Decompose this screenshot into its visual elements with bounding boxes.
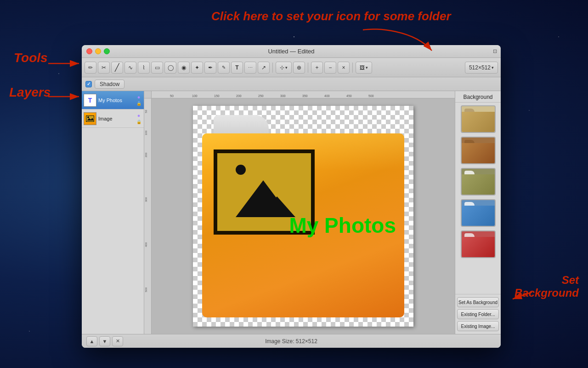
toolbar-sep2 — [308, 63, 308, 73]
toolbar: ✏ ✂ ╱ ∿ ⌇ ▭ ◯ ◉ ✦ ✒ ✎ T ⋯ ↗ ⊹ ▾ ⊕ + − × … — [82, 58, 501, 77]
annotation-tools-label: Tools — [14, 51, 48, 65]
layer-icons-myphotos: ● 🔒 — [136, 94, 142, 106]
nav-up-button[interactable]: ▲ — [86, 336, 97, 346]
toolbar-sep1 — [272, 63, 273, 73]
layers-panel: T My Photos ● 🔒 — [82, 91, 144, 334]
arrow-tool[interactable]: ↗ — [258, 62, 270, 74]
layer-lock-myphotos[interactable]: 🔒 — [136, 101, 142, 106]
bg-thumb-blue[interactable] — [461, 199, 496, 227]
settings-dropdown[interactable]: ⊹ ▾ — [276, 62, 292, 74]
pencil-tool[interactable]: ✏ — [85, 62, 96, 74]
circle-tool[interactable]: ◉ — [178, 62, 190, 74]
svg-point-10 — [87, 116, 89, 118]
marquee-tool[interactable]: ⋯ — [244, 62, 256, 74]
bg-thumb-olive[interactable] — [461, 168, 496, 196]
background-actions: Set As Background Existing Folder... Exi… — [455, 294, 501, 334]
close-button[interactable] — [86, 48, 92, 54]
lasso-tool[interactable]: ✂ — [98, 62, 110, 74]
image-size-label: Image Size: 512×512 — [265, 338, 317, 345]
annotation-layers-label: Layers — [9, 85, 51, 100]
close-size-button[interactable]: × — [338, 62, 350, 74]
bottom-bar: ▲ ▼ ✕ Image Size: 512×512 — [82, 334, 501, 348]
stamp-tool[interactable]: ⊕ — [293, 62, 305, 74]
text-tool[interactable]: T — [231, 62, 243, 74]
star-tool[interactable]: ✦ — [191, 62, 203, 74]
ruler-top: 50 100 150 200 250 300 350 400 450 500 — [152, 91, 455, 98]
bottom-navigation: ▲ ▼ ✕ — [86, 336, 123, 346]
path-tool[interactable]: ∿ — [124, 62, 136, 74]
layer-icons-image: ● 🔒 — [136, 113, 142, 125]
eraser-tool[interactable]: ✎ — [218, 62, 230, 74]
main-window: Untitled — Edited ⊡ ✏ ✂ ╱ ∿ ⌇ ▭ ◯ ◉ ✦ ✒ … — [82, 45, 501, 348]
zoom-control[interactable]: 512×512 ▾ — [465, 62, 498, 74]
canvas-image: My Photos — [193, 106, 413, 327]
ellipse-tool[interactable]: ◯ — [164, 62, 176, 74]
brush-tool[interactable]: ✒ — [204, 62, 216, 74]
canvas-viewport: My Photos — [152, 98, 455, 334]
icon-button[interactable]: 🖼 ▾ — [356, 62, 372, 74]
add-size-button[interactable]: + — [311, 62, 323, 74]
maximize-button[interactable] — [104, 48, 110, 54]
toolbar-sep3 — [352, 63, 353, 73]
shadow-checkbox[interactable]: ✓ — [85, 81, 92, 87]
resize-btn[interactable]: ⊡ — [493, 48, 497, 54]
ruler-corner — [144, 91, 152, 98]
layer-name-image: Image — [98, 116, 134, 121]
annotation-click-label: Click here to set your icon for some fol… — [211, 9, 451, 23]
line-tool[interactable]: ╱ — [111, 62, 123, 74]
bg-thumb-wood[interactable] — [461, 137, 496, 164]
set-as-background-button[interactable]: Set As Background — [457, 297, 499, 307]
rect-tool[interactable]: ▭ — [151, 62, 163, 74]
canvas-area: 50 100 150 200 250 300 350 400 450 500 5… — [144, 91, 455, 334]
bezier-tool[interactable]: ⌇ — [138, 62, 150, 74]
ruler-left: 50 100 200 300 400 500 — [144, 98, 152, 334]
existing-image-button[interactable]: Existing Image... — [457, 321, 499, 331]
titlebar: Untitled — Edited ⊡ — [82, 45, 501, 58]
layer-thumb-myphotos: T — [84, 94, 96, 107]
folder-text: My Photos — [289, 213, 396, 238]
background-panel-title: Background — [455, 91, 501, 103]
minus-size-button[interactable]: − — [324, 62, 336, 74]
traffic-lights — [82, 48, 110, 54]
bg-thumb-tan[interactable] — [461, 105, 496, 133]
layer-lock-image[interactable]: 🔒 — [136, 119, 142, 125]
folder-tab — [214, 115, 269, 136]
layer-thumb-image — [84, 112, 96, 125]
background-panel: Background — [455, 91, 501, 334]
nav-close-button[interactable]: ✕ — [112, 336, 123, 346]
shadow-bar: ✓ Shadow — [82, 77, 501, 91]
folder-body: My Photos — [202, 133, 404, 317]
shadow-label[interactable]: Shadow — [95, 80, 124, 89]
content-area: T My Photos ● 🔒 — [82, 91, 501, 334]
window-title: Untitled — Edited — [268, 48, 314, 55]
existing-folder-button[interactable]: Existing Folder... — [457, 309, 499, 319]
layer-visibility-myphotos[interactable]: ● — [136, 94, 142, 100]
background-thumbs — [455, 103, 501, 294]
annotation-set-bg-label: SetBackground — [514, 274, 579, 299]
bg-thumb-red[interactable] — [461, 230, 496, 258]
layer-item-myphotos[interactable]: T My Photos ● 🔒 — [82, 91, 144, 109]
minimize-button[interactable] — [95, 48, 101, 54]
layer-name-myphotos: My Photos — [98, 98, 134, 103]
layer-item-image[interactable]: Image ● 🔒 — [82, 109, 144, 128]
layer-visibility-image[interactable]: ● — [136, 113, 142, 118]
nav-down-button[interactable]: ▼ — [99, 336, 110, 346]
